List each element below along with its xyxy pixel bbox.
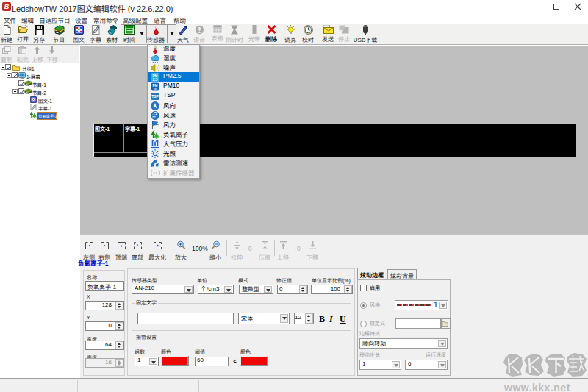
svg-text:2.5: 2.5	[153, 78, 158, 82]
svg-text:TSP: TSP	[151, 94, 159, 99]
svg-text:10: 10	[153, 88, 157, 91]
